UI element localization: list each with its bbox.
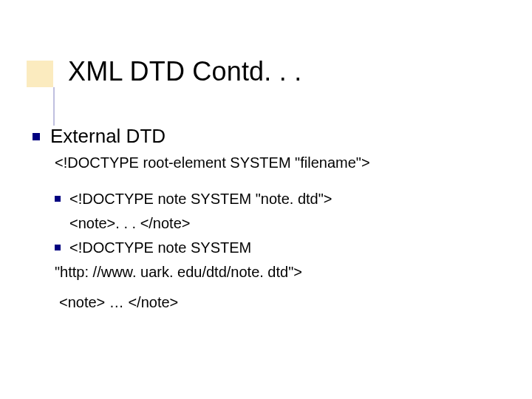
accent-square — [27, 61, 53, 87]
bullet-level2: <!DOCTYPE note SYSTEM "note. dtd"> — [55, 189, 502, 209]
bullet-text: <!DOCTYPE note SYSTEM "note. dtd"> — [69, 189, 332, 209]
bullet-sub-text: <note> … </note> — [59, 293, 502, 313]
bullet-continuation: "http: //www. uark. edu/dtd/note. dtd"> — [55, 262, 502, 282]
bullet-icon — [55, 196, 61, 202]
bullet-sub-text: <note>. . . </note> — [69, 214, 502, 233]
slide-title: XML DTD Contd. . . — [68, 56, 301, 87]
content-block: External DTD <!DOCTYPE root-element SYST… — [33, 124, 502, 313]
bullet-text: <!DOCTYPE note SYSTEM — [69, 238, 251, 258]
slide: XML DTD Contd. . . External DTD <!DOCTYP… — [0, 0, 532, 399]
bullet-sub-text: <!DOCTYPE root-element SYSTEM "filename"… — [55, 153, 502, 173]
bullet-icon — [55, 245, 61, 250]
bullet-text: External DTD — [50, 124, 166, 149]
bullet-icon — [33, 133, 40, 140]
bullet-level2: <!DOCTYPE note SYSTEM — [55, 238, 502, 258]
title-rule — [53, 87, 55, 126]
bullet-level1: External DTD — [33, 124, 502, 149]
